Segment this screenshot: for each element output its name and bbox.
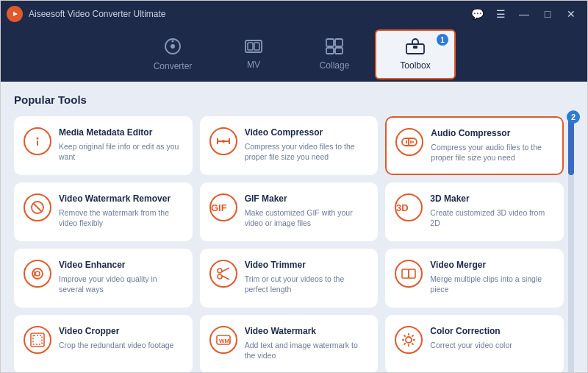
tool-card-video-trimmer[interactable]: Video Trimmer Trim or cut your videos to…	[200, 249, 379, 308]
tool-desc-video-enhancer: Improve your video quality in several wa…	[59, 274, 183, 295]
svg-point-3	[171, 44, 175, 49]
toolbox-badge: 1	[437, 34, 448, 46]
section-title: Popular Tools	[14, 93, 574, 106]
tool-card-audio-compressor[interactable]: Audio Compressor Compress your audio fil…	[385, 116, 564, 175]
svg-rect-35	[402, 269, 409, 278]
svg-rect-36	[409, 269, 415, 278]
svg-line-49	[404, 343, 406, 344]
tool-icon-gif-maker: GIF	[209, 193, 237, 221]
tool-desc-color-correction: Correct your video color	[430, 340, 554, 351]
tool-card-video-merger[interactable]: Video Merger Merge multiple clips into a…	[385, 249, 564, 308]
tool-name-color-correction: Color Correction	[430, 326, 554, 338]
tool-desc-media-metadata-editor: Keep original file info or edit as you w…	[59, 141, 183, 163]
svg-point-4	[172, 40, 174, 43]
content-area: Popular Tools Media Metadata Editor Keep…	[1, 82, 587, 372]
toolbox-label: Toolbox	[400, 60, 430, 71]
tool-text-3d-maker: 3D Maker Create customized 3D video from…	[430, 193, 554, 229]
svg-point-30	[35, 271, 40, 276]
svg-point-14	[37, 138, 39, 140]
tool-name-video-cropper: Video Cropper	[59, 326, 183, 338]
svg-text:WM: WM	[219, 338, 230, 344]
svg-rect-11	[335, 48, 343, 54]
svg-rect-6	[248, 43, 253, 50]
tool-text-video-compressor: Video Compressor Compress your video fil…	[245, 127, 369, 163]
svg-rect-20	[402, 138, 417, 146]
close-button[interactable]: ✕	[561, 4, 581, 24]
tool-icon-audio-compressor	[395, 128, 423, 156]
tool-icon-media-metadata-editor	[24, 127, 51, 155]
chat-button[interactable]: 💬	[467, 4, 487, 24]
tool-card-color-correction[interactable]: Color Correction Correct your video colo…	[385, 315, 564, 372]
converter-icon	[164, 38, 182, 58]
tool-name-video-compressor: Video Compressor	[245, 127, 369, 139]
svg-line-33	[221, 268, 229, 272]
tab-converter[interactable]: Converter	[132, 29, 213, 79]
minimize-button[interactable]: —	[514, 4, 534, 24]
tab-toolbox[interactable]: 1 Toolbox	[375, 29, 456, 79]
svg-text:GIF: GIF	[211, 202, 227, 213]
tool-desc-video-trimmer: Trim or cut your videos to the perfect l…	[245, 274, 369, 295]
svg-point-32	[218, 274, 222, 279]
title-bar: Aiseesoft Video Converter Ultimate 💬 ☰ —…	[1, 1, 587, 27]
svg-rect-9	[335, 39, 343, 46]
tool-card-media-metadata-editor[interactable]: Media Metadata Editor Keep original file…	[14, 116, 193, 175]
tool-text-video-enhancer: Video Enhancer Improve your video qualit…	[59, 260, 183, 295]
app-logo	[7, 6, 23, 22]
tool-icon-video-cropper	[24, 326, 51, 354]
tool-text-video-merger: Video Merger Merge multiple clips into a…	[430, 260, 554, 295]
tool-card-video-watermark[interactable]: WM Video Watermark Add text and image wa…	[200, 315, 379, 372]
tool-card-video-enhancer[interactable]: Video Enhancer Improve your video qualit…	[14, 249, 193, 308]
scrollbar-thumb	[568, 116, 574, 175]
tool-text-video-watermark: Video Watermark Add text and image water…	[245, 326, 369, 361]
maximize-button[interactable]: □	[537, 4, 558, 24]
tool-text-video-trimmer: Video Trimmer Trim or cut your videos to…	[245, 260, 369, 295]
tool-name-audio-compressor: Audio Compressor	[431, 128, 553, 140]
tool-text-media-metadata-editor: Media Metadata Editor Keep original file…	[59, 127, 183, 163]
app-title: Aiseesoft Video Converter Ultimate	[29, 9, 467, 19]
scrollbar-track[interactable]: 2	[568, 116, 574, 372]
window-controls: 💬 ☰ — □ ✕	[467, 4, 581, 24]
tool-text-audio-compressor: Audio Compressor Compress your audio fil…	[431, 128, 553, 163]
svg-rect-8	[326, 39, 334, 46]
tool-card-video-watermark-remover[interactable]: Video Watermark Remover Remove the water…	[14, 182, 193, 241]
tool-card-video-compressor[interactable]: Video Compressor Compress your video fil…	[200, 116, 379, 175]
svg-line-47	[412, 343, 414, 344]
tab-mv[interactable]: MV	[213, 29, 294, 79]
tool-name-gif-maker: GIF Maker	[245, 193, 369, 205]
svg-line-48	[412, 335, 414, 336]
tool-name-video-trimmer: Video Trimmer	[245, 260, 369, 271]
audio-compressor-badge: 2	[567, 110, 580, 124]
tool-text-video-watermark-remover: Video Watermark Remover Remove the water…	[59, 193, 183, 229]
tool-name-video-enhancer: Video Enhancer	[59, 260, 183, 271]
svg-line-26	[33, 203, 42, 212]
svg-rect-12	[406, 44, 424, 54]
tool-card-gif-maker[interactable]: GIF GIF Maker Make customized GIF with y…	[200, 182, 379, 241]
svg-text:3D: 3D	[396, 202, 409, 213]
svg-point-29	[32, 269, 43, 279]
tool-card-3d-maker[interactable]: 3D 3D Maker Create customized 3D video f…	[385, 182, 564, 241]
tool-text-color-correction: Color Correction Correct your video colo…	[430, 326, 554, 350]
tool-text-gif-maker: GIF Maker Make customized GIF with your …	[245, 193, 369, 229]
svg-line-46	[404, 335, 406, 336]
tool-card-video-cropper[interactable]: Video Cropper Crop the redundant video f…	[14, 315, 193, 372]
menu-button[interactable]: ☰	[490, 4, 511, 24]
svg-rect-15	[37, 141, 38, 146]
tab-collage[interactable]: Collage	[294, 29, 375, 79]
tool-desc-audio-compressor: Compress your audio files to the proper …	[431, 142, 553, 163]
nav-bar: Converter MV Collage	[1, 27, 587, 82]
tools-grid: Media Metadata Editor Keep original file…	[14, 116, 564, 372]
converter-label: Converter	[154, 61, 193, 71]
tool-name-video-watermark-remover: Video Watermark Remover	[59, 193, 183, 205]
tool-desc-gif-maker: Make customized GIF with your video or i…	[245, 207, 369, 229]
tool-desc-video-compressor: Compress your video files to the proper …	[245, 141, 369, 163]
tool-icon-video-enhancer	[24, 260, 51, 288]
tool-desc-video-watermark: Add text and image watermark to the vide…	[245, 340, 369, 361]
tool-icon-video-merger	[395, 260, 423, 288]
tool-name-video-merger: Video Merger	[430, 260, 554, 271]
collage-icon	[326, 38, 343, 57]
collage-label: Collage	[320, 60, 350, 71]
tool-text-video-cropper: Video Cropper Crop the redundant video f…	[59, 326, 183, 350]
tool-desc-video-cropper: Crop the redundant video footage	[59, 340, 183, 351]
main-window: Aiseesoft Video Converter Ultimate 💬 ☰ —…	[0, 0, 588, 373]
tool-icon-video-trimmer	[209, 260, 237, 288]
